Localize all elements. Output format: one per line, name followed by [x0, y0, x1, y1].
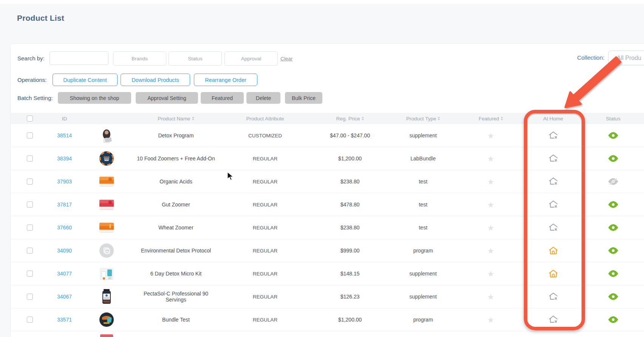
- featured-star-icon[interactable]: ★: [487, 293, 494, 301]
- not-at-home-icon[interactable]: [524, 177, 582, 186]
- product-type: LabBundle: [389, 155, 458, 162]
- not-at-home-icon[interactable]: [524, 315, 582, 324]
- collection-select[interactable]: All Produ: [608, 51, 644, 65]
- download-products-button[interactable]: Download Products: [121, 74, 190, 86]
- product-table: ID Product Name Product Attribute Reg. P…: [11, 113, 644, 337]
- row-checkbox[interactable]: [27, 179, 33, 185]
- table-row-partial: [11, 331, 644, 337]
- brands-select[interactable]: Brands: [113, 51, 166, 66]
- product-name: 6 Day Detox Micro Kit: [133, 271, 219, 277]
- product-name: Organic Acids: [133, 179, 219, 185]
- product-type: test: [389, 225, 458, 231]
- collection-select-value: All Produ: [617, 55, 641, 62]
- column-header-status: Status: [582, 116, 644, 122]
- status-select[interactable]: Status: [169, 51, 222, 66]
- featured-star-icon[interactable]: ★: [487, 270, 494, 278]
- row-checkbox[interactable]: [27, 155, 33, 162]
- approval-select[interactable]: Approval: [224, 51, 278, 66]
- column-header-reg-price[interactable]: Reg. Price: [311, 116, 389, 122]
- product-image-food-zoomers-badge: [99, 151, 114, 166]
- sort-icon: [438, 117, 440, 120]
- status-visible-icon[interactable]: [582, 132, 644, 139]
- table-row: 33571 Bundle Test REGULAR $1,200.00 prog…: [11, 308, 644, 331]
- row-checkbox[interactable]: [27, 317, 33, 323]
- brands-select-placeholder: Brands: [132, 56, 148, 62]
- status-visible-icon[interactable]: [582, 270, 644, 277]
- product-id-link[interactable]: 37903: [49, 179, 80, 185]
- status-visible-icon[interactable]: [582, 155, 644, 162]
- column-header-product-name[interactable]: Product Name: [133, 116, 219, 122]
- search-input[interactable]: [50, 51, 108, 65]
- table-row: 34090 Environmental Detox Protocol REGUL…: [11, 239, 644, 262]
- not-at-home-icon[interactable]: [524, 200, 582, 209]
- column-header-product-attribute: Product Attribute: [219, 116, 311, 122]
- rearrange-order-button[interactable]: Rearrange Order: [194, 74, 257, 86]
- row-checkbox[interactable]: [27, 271, 33, 277]
- column-header-featured[interactable]: Featured: [458, 116, 524, 122]
- product-id-link[interactable]: 34090: [49, 248, 80, 254]
- product-image-orange-test-box: [99, 174, 114, 189]
- product-id-link[interactable]: 37817: [49, 202, 80, 208]
- clear-filters-link[interactable]: Clear: [280, 56, 293, 62]
- product-name: Environmental Detox Protocol: [133, 248, 219, 254]
- batch-featured-button[interactable]: Featured: [201, 92, 244, 104]
- product-image-supplement-bottle: [99, 289, 114, 304]
- status-visible-icon[interactable]: [582, 247, 644, 254]
- product-name: PectaSol-C Professional 90 Servings: [133, 291, 219, 303]
- status-hidden-icon[interactable]: [582, 178, 644, 185]
- product-image-woman-with-laptop: [99, 128, 114, 143]
- row-checkbox[interactable]: [27, 225, 33, 231]
- status-visible-icon[interactable]: [582, 316, 644, 323]
- product-id-link[interactable]: 38514: [49, 132, 80, 138]
- row-checkbox[interactable]: [27, 202, 33, 208]
- product-id-link[interactable]: 33571: [49, 317, 80, 323]
- table-row: 34077 6 Day Detox Micro Kit REGULAR $148…: [11, 262, 644, 285]
- featured-star-icon[interactable]: ★: [487, 132, 494, 140]
- product-type: supplement: [389, 271, 458, 277]
- batch-approval-setting-button[interactable]: Approval Setting: [136, 92, 198, 104]
- featured-star-icon[interactable]: ★: [487, 224, 494, 232]
- search-by-label: Search by:: [17, 51, 45, 66]
- not-at-home-icon[interactable]: [524, 154, 582, 163]
- at-home-icon[interactable]: [524, 269, 582, 278]
- product-image-red-test-box: [99, 197, 114, 212]
- featured-star-icon[interactable]: ★: [487, 178, 494, 186]
- product-id-link[interactable]: 38394: [49, 155, 80, 162]
- duplicate-content-button[interactable]: Duplicate Content: [53, 74, 118, 86]
- product-price: $1,200.00: [311, 155, 389, 162]
- table-row: 37817 Gut Zoomer REGULAR $478.80 test ★: [11, 193, 644, 216]
- product-image-red-test-box-partial: [99, 334, 114, 337]
- product-type: program: [389, 317, 458, 323]
- not-at-home-icon[interactable]: [524, 223, 582, 232]
- product-name: Gut Zoomer: [133, 202, 219, 208]
- status-visible-icon[interactable]: [582, 293, 644, 300]
- featured-star-icon[interactable]: ★: [487, 155, 494, 163]
- product-list-page: { "page": { "title": "Product List" }, "…: [0, 0, 644, 337]
- product-id-link[interactable]: 34077: [49, 271, 80, 277]
- column-header-product-type[interactable]: Product Type: [389, 116, 458, 122]
- featured-star-icon[interactable]: ★: [487, 316, 494, 324]
- product-attribute: REGULAR: [219, 202, 311, 208]
- at-home-icon[interactable]: [524, 246, 582, 255]
- product-type: test: [389, 202, 458, 208]
- row-checkbox[interactable]: [27, 294, 33, 300]
- featured-star-icon[interactable]: ★: [487, 201, 494, 209]
- not-at-home-icon[interactable]: [524, 292, 582, 301]
- table-row: 37903 Organic Acids REGULAR $238.80 test…: [11, 170, 644, 193]
- row-checkbox[interactable]: [27, 248, 33, 254]
- product-attribute: REGULAR: [219, 317, 311, 323]
- status-visible-icon[interactable]: [582, 224, 644, 231]
- row-checkbox[interactable]: [27, 132, 33, 138]
- status-visible-icon[interactable]: [582, 201, 644, 208]
- batch-showing-on-shop-button[interactable]: Showing on the shop: [58, 92, 131, 104]
- product-name: Bundle Test: [133, 317, 219, 323]
- product-id-link[interactable]: 37660: [49, 225, 80, 231]
- featured-star-icon[interactable]: ★: [487, 247, 494, 255]
- product-price: $126.23: [311, 294, 389, 300]
- batch-bulk-price-button[interactable]: Bulk Price: [285, 92, 322, 104]
- select-all-checkbox[interactable]: [27, 115, 33, 122]
- batch-delete-button[interactable]: Delete: [246, 92, 280, 104]
- table-row: 34067 PectaSol-C Professional 90 Serving…: [11, 285, 644, 308]
- not-at-home-icon[interactable]: [524, 131, 582, 140]
- product-id-link[interactable]: 34067: [49, 294, 80, 300]
